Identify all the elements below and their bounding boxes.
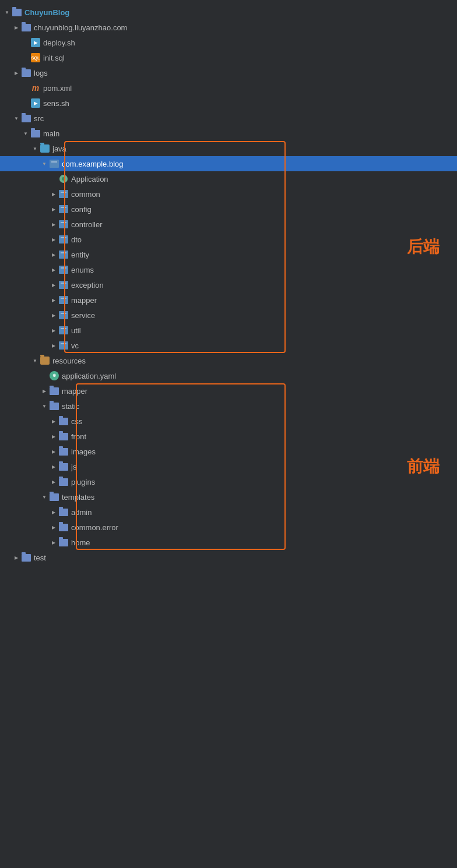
- tree-item-front[interactable]: front: [0, 429, 457, 444]
- tree-item-service[interactable]: service: [0, 308, 457, 323]
- label-logs: logs: [34, 69, 452, 77]
- package-icon-util: [58, 325, 69, 336]
- arrow-common-error: [49, 525, 58, 530]
- folder-icon-templates: [49, 492, 59, 502]
- tree-item-main[interactable]: main: [0, 126, 457, 141]
- root-folder-icon: [12, 7, 22, 17]
- tree-item-home[interactable]: home: [0, 535, 457, 550]
- tree-item-enums[interactable]: enums: [0, 262, 457, 277]
- folder-icon-logs: [21, 68, 31, 78]
- tree-item-logs[interactable]: logs: [0, 65, 457, 80]
- folder-icon-front: [58, 431, 69, 442]
- folder-icon-src: [21, 113, 31, 124]
- arrow-css: [49, 419, 58, 424]
- maven-icon: m: [30, 83, 41, 93]
- label-sens-sh: sens.sh: [43, 99, 452, 108]
- tree-item-common-error[interactable]: common.error: [0, 520, 457, 535]
- label-static: static: [62, 402, 452, 411]
- tree-item-java[interactable]: java: [0, 141, 457, 156]
- tree-item-application-yaml[interactable]: ⚙ application.yaml: [0, 368, 457, 383]
- root-label: ChuyunBlog: [24, 8, 452, 17]
- package-icon-exception: [58, 280, 69, 290]
- label-domain: chuyunblog.liuyanzhao.com: [34, 23, 452, 32]
- label-pom: pom.xml: [43, 84, 452, 93]
- package-icon-dto: [58, 234, 69, 245]
- tree-item-config[interactable]: config: [0, 202, 457, 217]
- tree-item-domain[interactable]: chuyunblog.liuyanzhao.com: [0, 20, 457, 35]
- label-controller: controller: [71, 220, 452, 229]
- arrow-mapper-res: [40, 389, 49, 394]
- label-common-error: common.error: [71, 523, 452, 532]
- label-enums: enums: [71, 266, 452, 274]
- tree-item-templates[interactable]: templates: [0, 489, 457, 504]
- label-templates: templates: [62, 493, 452, 502]
- tree-item-com-example-blog[interactable]: com.example.blog: [0, 156, 457, 171]
- tree-item-deploy-sh[interactable]: ▶ deploy.sh: [0, 35, 457, 50]
- tree-item-css[interactable]: css: [0, 414, 457, 429]
- spring-app-icon: [58, 174, 69, 184]
- arrow-dto: [49, 237, 58, 242]
- tree-item-application[interactable]: Application: [0, 171, 457, 186]
- tree-item-controller[interactable]: controller: [0, 217, 457, 232]
- arrow-admin: [49, 510, 58, 515]
- label-exception: exception: [71, 281, 452, 290]
- label-util: util: [71, 326, 452, 335]
- tree-item-admin[interactable]: admin: [0, 504, 457, 520]
- package-icon-com-example: [49, 158, 59, 169]
- tree-item-resources[interactable]: resources: [0, 353, 457, 368]
- label-mapper-java: mapper: [71, 296, 452, 305]
- label-resources: resources: [52, 357, 452, 365]
- arrow-home: [49, 540, 58, 545]
- package-icon-entity: [58, 249, 69, 260]
- arrow-util: [49, 328, 58, 333]
- folder-icon-static: [49, 401, 59, 411]
- label-test: test: [34, 553, 452, 562]
- tree-item-pom[interactable]: m pom.xml: [0, 80, 457, 96]
- tree-item-mapper-java[interactable]: mapper: [0, 292, 457, 308]
- tree-item-src[interactable]: src: [0, 111, 457, 126]
- tree-item-plugins[interactable]: plugins: [0, 474, 457, 489]
- label-main: main: [43, 129, 452, 138]
- label-application: Application: [71, 175, 452, 184]
- label-application-yaml: application.yaml: [62, 372, 452, 380]
- tree-item-mapper-res[interactable]: mapper: [0, 383, 457, 398]
- tree-item-static[interactable]: static: [0, 398, 457, 414]
- tree-item-js[interactable]: js: [0, 459, 457, 474]
- file-tree: ChuyunBlog chuyunblog.liuyanzhao.com ▶ d…: [0, 0, 457, 570]
- tree-item-sens-sh[interactable]: ▶ sens.sh: [0, 96, 457, 111]
- tree-item-init-sql[interactable]: SQL init.sql: [0, 50, 457, 65]
- folder-icon-java: [40, 143, 50, 154]
- arrow-config: [49, 207, 58, 212]
- folder-icon-resources: [40, 355, 50, 366]
- arrow-common: [49, 192, 58, 197]
- tree-item-common[interactable]: common: [0, 186, 457, 202]
- root-item[interactable]: ChuyunBlog: [0, 5, 457, 20]
- tree-item-entity[interactable]: entity: [0, 247, 457, 262]
- label-home: home: [71, 538, 452, 547]
- label-css: css: [71, 417, 452, 426]
- arrow-exception: [49, 283, 58, 288]
- arrow-src: [12, 116, 21, 121]
- folder-icon-mapper-res: [49, 386, 59, 396]
- sh-icon-deploy: ▶: [30, 37, 41, 48]
- package-icon-mapper-java: [58, 295, 69, 305]
- tree-item-vc[interactable]: vc: [0, 338, 457, 353]
- tree-item-dto[interactable]: dto: [0, 232, 457, 247]
- arrow-mapper-java: [49, 298, 58, 303]
- arrow-images: [49, 449, 58, 454]
- arrow-test: [12, 555, 21, 560]
- label-dto: dto: [71, 235, 452, 244]
- folder-icon-main: [30, 128, 41, 139]
- folder-icon-css: [58, 416, 69, 426]
- arrow-entity: [49, 252, 58, 257]
- root-arrow: [2, 10, 12, 15]
- tree-item-util[interactable]: util: [0, 323, 457, 338]
- label-src: src: [34, 114, 452, 123]
- arrow-domain: [12, 25, 21, 30]
- tree-item-exception[interactable]: exception: [0, 277, 457, 292]
- label-init-sql: init.sql: [43, 54, 452, 62]
- label-com-example-blog: com.example.blog: [62, 160, 452, 168]
- tree-item-test[interactable]: test: [0, 550, 457, 565]
- folder-icon-home: [58, 537, 69, 548]
- tree-item-images[interactable]: images: [0, 444, 457, 459]
